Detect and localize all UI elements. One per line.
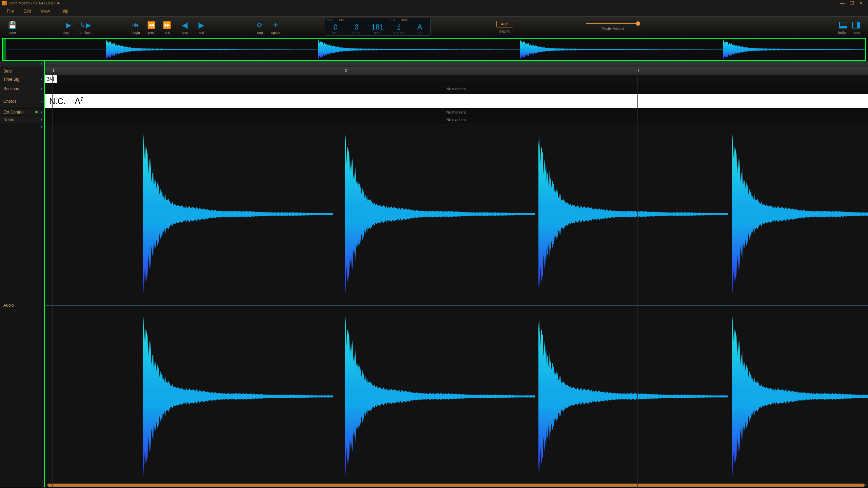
- chevron-down-icon[interactable]: ▾: [41, 125, 42, 128]
- next-marker-icon[interactable]: ⏩: [163, 21, 171, 29]
- space-icon[interactable]: ✢: [271, 22, 279, 28]
- track-headers: ▾ Bars Time Sig.▾ Sections▾ Chords▾ Ext …: [0, 61, 44, 487]
- arrangement-area[interactable]: 123 3/4 No markers N.C. A7 No markers No…: [44, 61, 868, 487]
- layout-bottom-label: bottom: [838, 31, 848, 35]
- barline: [52, 61, 53, 487]
- layout-side-icon[interactable]: [852, 22, 860, 28]
- layout-side-label: side: [853, 31, 861, 35]
- next2-label: next: [197, 31, 205, 35]
- overview-waveform[interactable]: [2, 38, 866, 61]
- layout-bottom-icon[interactable]: [839, 22, 847, 28]
- overview-transient: [106, 39, 322, 60]
- chevron-down-icon[interactable]: ▾: [41, 99, 42, 103]
- notes-lane[interactable]: No markers: [44, 116, 868, 123]
- chevron-down-icon[interactable]: ▾: [41, 118, 42, 121]
- no-markers-label: No markers: [447, 118, 466, 122]
- timesig-lane[interactable]: 3/4: [44, 75, 868, 83]
- chevron-down-icon[interactable]: ▾: [41, 87, 42, 90]
- no-markers-label: No markers: [447, 87, 466, 91]
- barline: [345, 61, 345, 487]
- notes-header[interactable]: Notes▾: [0, 116, 44, 123]
- extcontrol-header[interactable]: Ext Control▾: [0, 108, 44, 116]
- space-label: space: [271, 31, 279, 35]
- waveform-transient: [143, 123, 341, 305]
- close-button[interactable]: ✕: [856, 0, 866, 6]
- next-beat-icon[interactable]: |▶: [197, 21, 205, 29]
- master-volume: Master Volume: [581, 23, 645, 30]
- horizontal-scrollbar[interactable]: [44, 483, 868, 487]
- maximize-button[interactable]: ❐: [847, 0, 856, 6]
- volume-label: Master Volume: [601, 27, 624, 30]
- chords-lane[interactable]: N.C. A7: [44, 94, 868, 108]
- play-icon[interactable]: ▶: [64, 21, 73, 29]
- waveform-transient: [732, 123, 868, 305]
- waveform-transient: [345, 123, 542, 305]
- chord-nc[interactable]: N.C.: [44, 94, 71, 108]
- lcd-bpm[interactable]: 181 BPM: [367, 18, 388, 35]
- no-markers-label: No markers: [447, 110, 466, 114]
- minimize-button[interactable]: —: [837, 0, 847, 6]
- barline: [637, 61, 638, 487]
- audio-header[interactable]: Audio▾: [0, 123, 44, 487]
- chord-a7[interactable]: A7: [71, 96, 83, 106]
- begin-icon[interactable]: ⏮: [132, 21, 140, 29]
- timesig-cell[interactable]: 3/4: [44, 75, 57, 83]
- menu-view[interactable]: View: [36, 8, 55, 14]
- app-title: Song Master - KIT04 LOOP 04: [9, 1, 60, 5]
- prev-beat-icon[interactable]: ◀|: [181, 21, 189, 29]
- prev-marker-icon[interactable]: ⏪: [147, 21, 155, 29]
- overview-transient: [723, 39, 866, 60]
- prev2-label: prev: [181, 31, 189, 35]
- sections-header[interactable]: Sections▾: [0, 83, 44, 94]
- lcd-timesig[interactable]: GLDINST 34 TIME SIG: [388, 18, 409, 35]
- toolbar: 💾 save ▶ ↳▶ play from last ⏮ ⏪ ⏩ begin p…: [0, 16, 868, 37]
- lcd-beat[interactable]: 3 BEAT: [346, 18, 367, 35]
- bar-ruler[interactable]: [44, 61, 868, 67]
- save-label: save: [8, 31, 16, 35]
- timesig-header[interactable]: Time Sig.▾: [0, 75, 44, 83]
- chevron-down-icon[interactable]: ▾: [41, 110, 42, 114]
- loop-icon[interactable]: ⟳: [256, 21, 264, 29]
- fromlast-label: from last: [77, 31, 91, 35]
- menubar: File Edit View Help: [0, 6, 868, 16]
- auto-button[interactable]: Auto: [496, 21, 513, 27]
- menu-file[interactable]: File: [2, 8, 19, 14]
- begin-label: begin: [132, 31, 140, 35]
- chords-header[interactable]: Chords▾: [0, 94, 44, 108]
- snapto-label: snap to: [499, 29, 510, 33]
- overview-transient: [318, 39, 533, 60]
- transport-lcd: TIMEBAR 0 BAR 3 BEAT 181 BPM GLDINST 34 …: [325, 18, 431, 36]
- next1-label: next: [163, 31, 171, 35]
- play-label: play: [62, 31, 70, 35]
- chevron-down-icon[interactable]: ▾: [41, 77, 42, 81]
- waveform-transient: [345, 306, 542, 487]
- chevron-down-icon[interactable]: ▾: [41, 62, 42, 65]
- lcd-key[interactable]: A KEY: [409, 18, 430, 35]
- menu-help[interactable]: Help: [55, 8, 73, 14]
- audio-lane[interactable]: [44, 123, 868, 487]
- overview-transient: [520, 39, 736, 60]
- waveform-transient: [143, 306, 341, 487]
- save-icon[interactable]: 💾: [8, 21, 16, 29]
- volume-slider[interactable]: [586, 23, 640, 24]
- ruler-header: ▾: [0, 61, 44, 67]
- bars-header[interactable]: Bars: [0, 67, 44, 75]
- snap-group: Auto snap to: [496, 17, 513, 37]
- play-from-last-icon[interactable]: ↳▶: [80, 21, 88, 29]
- prev1-label: prev: [147, 31, 155, 35]
- lcd-bar[interactable]: TIMEBAR 0 BAR: [325, 18, 346, 35]
- app-icon: [2, 1, 7, 5]
- menu-edit[interactable]: Edit: [19, 8, 36, 14]
- playhead[interactable]: [44, 61, 45, 487]
- extcontrol-lane[interactable]: No markers: [44, 108, 868, 116]
- titlebar: Song Master - KIT04 LOOP 04 — ❐ ✕: [0, 0, 868, 6]
- loop-label: loop: [256, 31, 264, 35]
- bars-lane[interactable]: 123: [44, 67, 868, 75]
- waveform-transient: [732, 306, 868, 487]
- status-dot-icon: [35, 111, 38, 113]
- sections-lane[interactable]: No markers: [44, 83, 868, 94]
